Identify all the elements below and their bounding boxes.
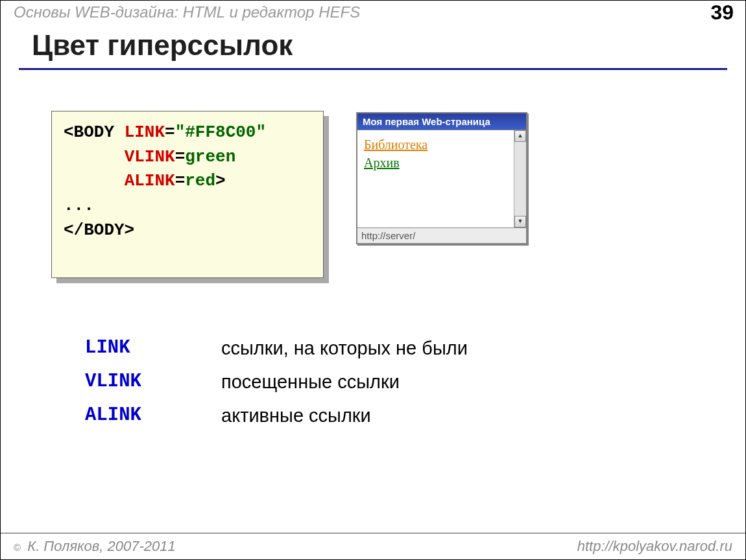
code-attr-alink: ALINK xyxy=(125,171,175,191)
footer: © К. Поляков, 2007-2011 http://kpolyakov… xyxy=(1,533,745,559)
browser-body: Библиотека Архив ▲ ▼ xyxy=(357,130,526,228)
definitions: LINK ссылки, на которых не были VLINK по… xyxy=(85,331,468,433)
code-attr-link: LINK xyxy=(125,122,165,142)
browser-link-archive[interactable]: Архив xyxy=(364,156,400,170)
footer-author: © К. Поляков, 2007-2011 xyxy=(14,538,176,555)
code-example: <BODY LINK="#FF8C00" VLINK=green ALINK=r… xyxy=(51,111,324,278)
browser-statusbar: http://server/ xyxy=(357,228,526,243)
code-eq2: = xyxy=(175,147,186,167)
header-bar: Основы WEB-дизайна: HTML и редактор HEFS… xyxy=(1,1,745,24)
def-term-vlink: VLINK xyxy=(85,365,221,399)
code-tag-open: <BODY xyxy=(64,122,125,142)
slide: Основы WEB-дизайна: HTML и редактор HEFS… xyxy=(0,0,746,560)
code-ellipsis: ... xyxy=(64,196,94,215)
page-number: 39 xyxy=(710,1,734,25)
copyright-icon: © xyxy=(14,542,21,553)
headline: Цвет гиперссылок xyxy=(32,29,293,62)
code-tag-close: </BODY> xyxy=(64,220,134,240)
course-title: Основы WEB-дизайна: HTML и редактор HEFS xyxy=(14,3,360,21)
definition-row: LINK ссылки, на которых не были xyxy=(85,331,468,365)
scroll-down-icon[interactable]: ▼ xyxy=(514,216,526,228)
code-val-vlink: green xyxy=(185,147,235,167)
code-indent2 xyxy=(64,147,125,167)
definition-row: VLINK посещенные ссылки xyxy=(85,365,468,399)
browser-titlebar: Моя первая Web-страница xyxy=(357,113,526,130)
browser-mock: Моя первая Web-страница Библиотека Архив… xyxy=(356,112,527,244)
def-desc-link: ссылки, на которых не были xyxy=(221,331,468,365)
footer-url: http://kpolyakov.narod.ru xyxy=(577,538,732,555)
code-box: <BODY LINK="#FF8C00" VLINK=green ALINK=r… xyxy=(51,111,324,278)
title-rule xyxy=(19,68,727,70)
definition-row: ALINK активные ссылки xyxy=(85,399,468,432)
def-term-link: LINK xyxy=(85,331,221,365)
code-val-link: "#FF8C00" xyxy=(175,122,266,142)
scroll-up-icon[interactable]: ▲ xyxy=(514,130,526,142)
browser-link-library[interactable]: Библиотека xyxy=(364,137,427,152)
code-eq1: = xyxy=(165,122,175,142)
def-desc-alink: активные ссылки xyxy=(221,399,371,432)
def-term-alink: ALINK xyxy=(85,399,221,432)
scrollbar[interactable]: ▲ ▼ xyxy=(514,130,526,228)
browser-content: Библиотека Архив xyxy=(357,130,526,177)
code-val-alink: red xyxy=(185,171,215,191)
code-close-bracket: > xyxy=(215,171,226,191)
code-indent3 xyxy=(64,171,125,191)
def-desc-vlink: посещенные ссылки xyxy=(221,365,400,399)
slide-title: Цвет гиперссылок xyxy=(32,29,293,62)
footer-author-text: К. Поляков, 2007-2011 xyxy=(23,538,176,554)
code-attr-vlink: VLINK xyxy=(125,147,175,167)
code-eq3: = xyxy=(175,171,186,191)
